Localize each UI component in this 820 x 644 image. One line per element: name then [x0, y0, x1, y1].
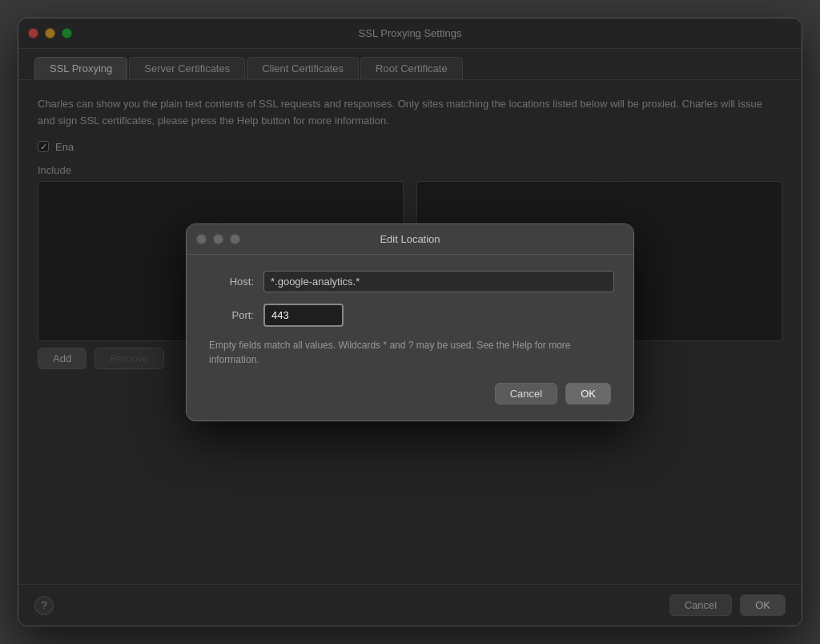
edit-location-modal: Edit Location Host: Port: Empty fields m… [186, 223, 634, 421]
hint-text: Empty fields match all values. Wildcards… [206, 338, 614, 367]
modal-close-icon [196, 234, 207, 244]
modal-maximize-icon [230, 234, 240, 244]
modal-title: Edit Location [380, 233, 440, 245]
port-row: Port: [206, 304, 614, 327]
port-label: Port: [206, 309, 254, 321]
main-window: SSL Proxying Settings SSL Proxying Serve… [18, 18, 802, 626]
modal-title-bar: Edit Location [187, 224, 633, 255]
modal-buttons: Cancel OK [206, 383, 614, 405]
modal-overlay: Edit Location Host: Port: Empty fields m… [18, 18, 802, 626]
modal-body: Host: Port: Empty fields match all value… [187, 255, 633, 405]
modal-ok-button[interactable]: OK [565, 383, 611, 405]
modal-traffic-lights [196, 234, 240, 244]
host-row: Host: [206, 271, 614, 292]
modal-minimize-icon [213, 234, 223, 244]
modal-cancel-button[interactable]: Cancel [495, 383, 557, 405]
host-input[interactable] [263, 271, 614, 292]
port-input[interactable] [263, 304, 344, 327]
host-label: Host: [206, 276, 254, 288]
